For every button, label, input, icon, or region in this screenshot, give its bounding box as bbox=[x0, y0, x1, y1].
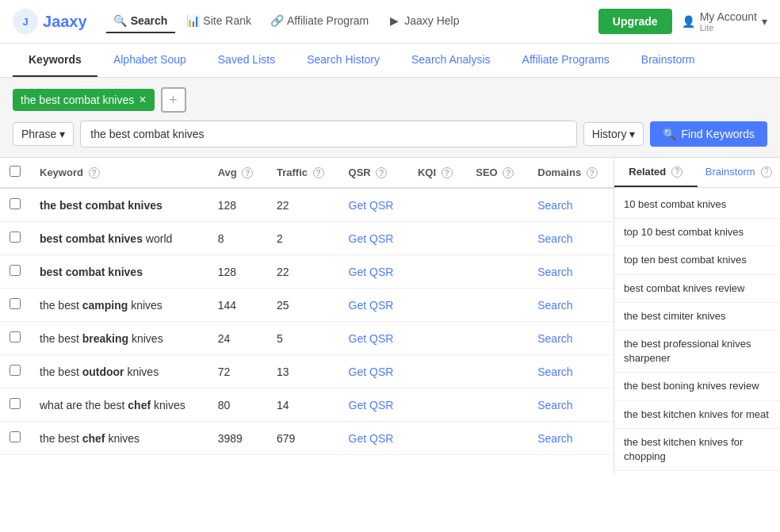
related-item[interactable]: the best kitchen knives for meat bbox=[614, 401, 780, 429]
row-avg: 3989 bbox=[208, 422, 267, 455]
search-domains-link[interactable]: Search bbox=[537, 199, 572, 212]
nav-site-rank[interactable]: 📊 Site Rank bbox=[178, 10, 259, 33]
search-domains-link[interactable]: Search bbox=[537, 366, 572, 378]
row-domains: Search bbox=[528, 222, 614, 255]
row-kqi bbox=[408, 188, 466, 222]
add-tag-button[interactable]: + bbox=[161, 87, 186, 113]
related-item[interactable]: top ten best combat knives bbox=[614, 247, 780, 274]
row-checkbox[interactable] bbox=[10, 265, 21, 276]
main-tabs: Keywords Alphabet Soup Saved Lists Searc… bbox=[0, 44, 780, 78]
nav-affiliate-program[interactable]: 🔗 Affiliate Program bbox=[262, 10, 377, 33]
row-qsr: Get QSR bbox=[339, 289, 408, 322]
row-kqi bbox=[408, 422, 466, 455]
row-seo bbox=[466, 255, 528, 289]
tag-close-icon[interactable]: × bbox=[139, 94, 146, 106]
tab-alphabet-soup[interactable]: Alphabet Soup bbox=[98, 44, 202, 77]
select-all-checkbox[interactable] bbox=[10, 166, 21, 177]
row-checkbox[interactable] bbox=[10, 431, 21, 442]
col-domains[interactable]: Domains ? bbox=[528, 158, 614, 188]
tab-search-history[interactable]: Search History bbox=[291, 44, 396, 77]
row-checkbox[interactable] bbox=[10, 398, 21, 409]
table-row: the best outdoor knives 72 13 Get QSR Se… bbox=[0, 355, 614, 388]
search-domains-link[interactable]: Search bbox=[537, 432, 572, 445]
tab-affiliate-programs[interactable]: Affiliate Programs bbox=[507, 44, 625, 77]
related-item[interactable]: the best boning knives review bbox=[614, 373, 780, 400]
kqi-info-icon[interactable]: ? bbox=[442, 167, 453, 178]
col-qsr[interactable]: QSR ? bbox=[339, 158, 408, 188]
tab-brainstorm-panel[interactable]: Brainstorm ? bbox=[698, 158, 781, 187]
keyword-search-input[interactable] bbox=[80, 121, 576, 147]
get-qsr-link[interactable]: Get QSR bbox=[349, 432, 394, 445]
table-row: the best combat knives 128 22 Get QSR Se… bbox=[0, 188, 614, 222]
row-checkbox[interactable] bbox=[10, 331, 21, 343]
traffic-info-icon[interactable]: ? bbox=[313, 167, 324, 178]
row-traffic: 5 bbox=[267, 322, 339, 355]
keyword-info-icon[interactable]: ? bbox=[89, 167, 100, 178]
search-domains-link[interactable]: Search bbox=[537, 266, 572, 278]
row-avg: 72 bbox=[208, 355, 267, 388]
related-item[interactable]: 10 best combat knives bbox=[614, 191, 780, 219]
row-checkbox[interactable] bbox=[10, 298, 21, 309]
tab-brainstorm[interactable]: Brainstorm bbox=[625, 44, 711, 77]
get-qsr-link[interactable]: Get QSR bbox=[349, 366, 394, 378]
get-qsr-link[interactable]: Get QSR bbox=[349, 299, 394, 312]
find-keywords-button[interactable]: 🔍 Find Keywords bbox=[650, 121, 767, 147]
col-keyword[interactable]: Keyword ? bbox=[30, 158, 208, 188]
get-qsr-link[interactable]: Get QSR bbox=[349, 266, 394, 278]
get-qsr-link[interactable]: Get QSR bbox=[349, 332, 394, 345]
row-keyword: the best chef knives bbox=[30, 422, 208, 455]
seo-info-icon[interactable]: ? bbox=[503, 167, 514, 178]
get-qsr-link[interactable]: Get QSR bbox=[349, 399, 394, 411]
chevron-down-icon: ▾ bbox=[762, 15, 767, 28]
search-domains-link[interactable]: Search bbox=[537, 232, 572, 245]
search-domains-link[interactable]: Search bbox=[537, 399, 572, 411]
related-item[interactable]: top 10 best combat knives bbox=[614, 219, 780, 247]
tab-saved-lists[interactable]: Saved Lists bbox=[202, 44, 291, 77]
tab-related[interactable]: Related ? bbox=[614, 158, 698, 187]
row-keyword: best combat knives bbox=[30, 255, 208, 289]
history-button[interactable]: History ▾ bbox=[583, 122, 644, 146]
row-checkbox[interactable] bbox=[10, 198, 21, 209]
related-item[interactable]: the best professional knives sharpener bbox=[614, 331, 780, 373]
row-checkbox-cell bbox=[0, 255, 30, 289]
table-row: the best camping knives 144 25 Get QSR S… bbox=[0, 289, 614, 322]
row-checkbox[interactable] bbox=[10, 232, 21, 243]
related-info-icon[interactable]: ? bbox=[671, 166, 682, 178]
phrase-select[interactable]: Phrase ▾ bbox=[13, 122, 74, 146]
search-domains-link[interactable]: Search bbox=[537, 332, 572, 345]
row-avg: 144 bbox=[208, 289, 267, 322]
header-right: Upgrade 👤 My Account Lite ▾ bbox=[598, 9, 767, 34]
col-avg[interactable]: Avg ? bbox=[208, 158, 267, 188]
nav-search[interactable]: 🔍 Search bbox=[106, 10, 176, 33]
brainstorm-info-icon[interactable]: ? bbox=[761, 166, 772, 178]
play-icon: ▶ bbox=[388, 14, 400, 27]
get-qsr-link[interactable]: Get QSR bbox=[349, 199, 394, 212]
logo[interactable]: J Jaaxy bbox=[13, 9, 87, 34]
related-panel: Related ? Brainstorm ? 10 best combat kn… bbox=[614, 158, 780, 474]
domains-info-icon[interactable]: ? bbox=[587, 167, 598, 178]
col-traffic[interactable]: Traffic ? bbox=[267, 158, 339, 188]
tab-keywords[interactable]: Keywords bbox=[13, 44, 98, 77]
tab-search-analysis[interactable]: Search Analysis bbox=[396, 44, 507, 77]
row-checkbox[interactable] bbox=[10, 365, 21, 376]
row-kqi bbox=[408, 355, 466, 388]
search-domains-link[interactable]: Search bbox=[537, 299, 572, 312]
related-item[interactable]: best combat knives review bbox=[614, 275, 780, 303]
row-domains: Search bbox=[528, 388, 614, 422]
row-traffic: 22 bbox=[267, 188, 339, 222]
nav-jaaxy-help[interactable]: ▶ Jaaxy Help bbox=[380, 10, 467, 33]
row-qsr: Get QSR bbox=[339, 188, 408, 222]
col-seo[interactable]: SEO ? bbox=[466, 158, 528, 188]
get-qsr-link[interactable]: Get QSR bbox=[349, 232, 394, 245]
col-checkbox bbox=[0, 158, 30, 188]
avg-info-icon[interactable]: ? bbox=[242, 167, 253, 178]
related-item[interactable]: the best cimiter knives bbox=[614, 303, 780, 331]
search-magnifier-icon: 🔍 bbox=[663, 128, 676, 140]
related-item[interactable]: the best kitchen knives for chopping bbox=[614, 429, 780, 471]
col-kqi[interactable]: KQI ? bbox=[408, 158, 466, 188]
account-menu[interactable]: 👤 My Account Lite ▾ bbox=[682, 10, 767, 33]
row-keyword: the best camping knives bbox=[30, 289, 208, 322]
qsr-info-icon[interactable]: ? bbox=[376, 167, 387, 178]
upgrade-button[interactable]: Upgrade bbox=[598, 9, 672, 34]
row-seo bbox=[466, 289, 528, 322]
